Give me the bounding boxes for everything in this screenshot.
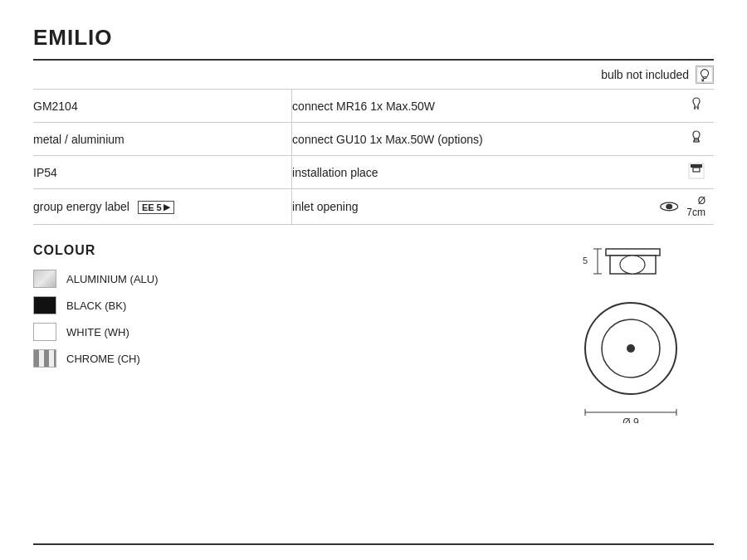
colour-label-alu: ALUMINIUM (ALU) [66,273,159,285]
bulb-icon [696,66,714,84]
colour-swatch-black [33,296,56,314]
energy-arrow-icon: ▶ [164,202,170,212]
group-energy-label-text: group energy label [33,200,129,213]
spec-icon-3 [656,156,714,189]
svg-rect-7 [695,139,699,140]
colour-swatch-chrome [33,349,56,368]
spec-right-2: connect GU10 1x Max.50W (options) [292,123,657,156]
product-diagram: 5 Ø 9 [548,241,714,423]
mr16-icon [687,95,706,114]
svg-rect-12 [691,164,702,168]
spec-left-3: IP54 [33,156,292,189]
inlet-text: inlet opening [292,200,358,213]
bulb-not-included-row: bulb not included [33,61,714,90]
product-diagram-svg: 5 Ø 9 [548,241,714,423]
svg-point-25 [627,344,635,353]
spec-row-2: metal / aluminium connect GU10 1x Max.50… [33,123,714,156]
spec-left-2: metal / aluminium [33,123,292,156]
svg-text:5: 5 [583,256,588,265]
spec-row-3: IP54 installation place [33,156,714,189]
product-title: EMILIO [33,25,714,51]
ceiling-icon [687,162,706,180]
svg-text:Ø 9: Ø 9 [622,416,639,423]
spec-right-1: connect MR16 1x Max.50W [292,90,657,123]
inlet-shape-icon [660,201,678,212]
colour-label-white: WHITE (WH) [66,326,129,338]
svg-point-15 [666,204,673,209]
svg-point-22 [620,256,645,274]
svg-rect-13 [693,168,700,172]
spec-icon-1 [656,90,714,123]
specs-table: GM2104 connect MR16 1x Max.50W me [33,90,714,225]
colour-swatch-alu [33,270,56,288]
bottom-divider [33,543,714,545]
page: EMILIO bulb not included GM2104 con [0,0,747,560]
spec-row-4: group energy label EE 5 ▶ inlet opening [33,189,714,225]
spec-right-3: installation place [292,156,657,189]
colour-label-black: BLACK (BK) [66,299,126,312]
spec-left-1: GM2104 [33,90,292,123]
colour-swatch-white [33,323,56,341]
spec-left-4: group energy label EE 5 ▶ [33,189,292,225]
inlet-dimension: Ø 7cm [682,195,706,218]
spec-row-1: GM2104 connect MR16 1x Max.50W [33,90,714,123]
gu10-icon [687,129,706,147]
spec-icon-4: Ø 7cm [656,189,714,225]
energy-badge: EE 5 ▶ [138,201,174,214]
bulb-not-included-text: bulb not included [601,68,689,81]
spec-icon-2 [656,123,714,156]
energy-badge-text: EE 5 [142,202,162,212]
colour-label-chrome: CHROME (CH) [66,353,140,365]
inlet-row: inlet opening [292,200,647,213]
svg-rect-20 [606,249,660,256]
spec-right-4: inlet opening [292,189,657,225]
